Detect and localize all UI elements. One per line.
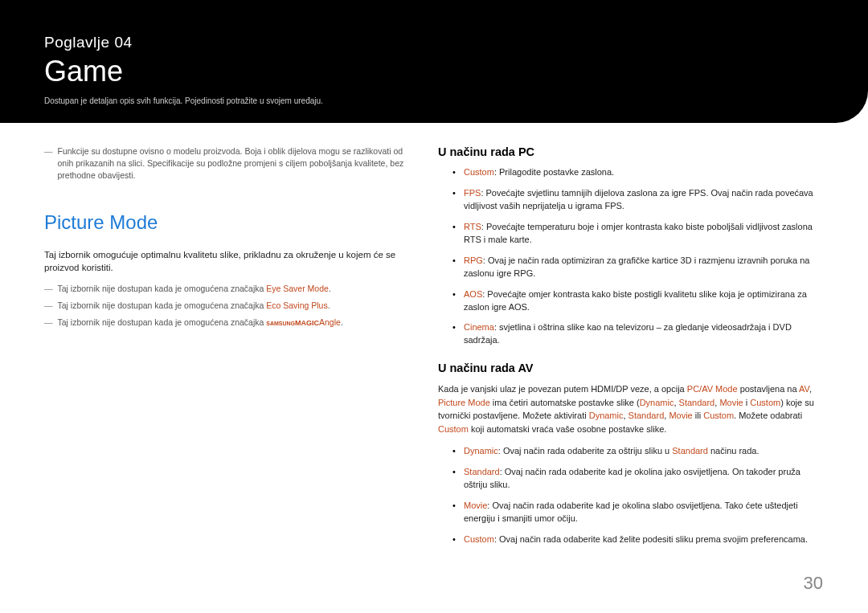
list-item: FPS: Povećajte svjetlinu tamnijih dijelo… — [452, 187, 824, 213]
note-eye-saver: Taj izbornik nije dostupan kada je omogu… — [44, 283, 414, 295]
note-eco-saving-text: Taj izbornik nije dostupan kada je omogu… — [58, 300, 330, 312]
note-eco-saving: Taj izbornik nije dostupan kada je omogu… — [44, 300, 414, 312]
list-item: AOS: Povećajte omjer kontrasta kako bist… — [452, 288, 824, 314]
pc-mode-list: Custom: Prilagodite postavke zaslona. FP… — [438, 166, 824, 347]
av-mode-list: Dynamic: Ovaj način rada odaberite za oš… — [438, 445, 824, 546]
model-note: Funkcije su dostupne ovisno o modelu pro… — [44, 145, 414, 182]
note-magic-angle: Taj izbornik nije dostupan kada je omogu… — [44, 317, 414, 329]
page-header: Poglavlje 04 Game Dostupan je detaljan o… — [0, 0, 868, 123]
section-heading-picture-mode: Picture Mode — [44, 211, 414, 234]
page-number: 30 — [804, 573, 823, 594]
list-item: Cinema: svjetlina i oštrina slike kao na… — [452, 321, 824, 347]
content-area: Funkcije su dostupne ovisno o modelu pro… — [0, 123, 868, 554]
picture-mode-desc: Taj izbornik omogućuje optimalnu kvalite… — [44, 248, 414, 275]
list-item: Standard: Ovaj način rada odaberite kad … — [452, 466, 824, 492]
note-eye-saver-text: Taj izbornik nije dostupan kada je omogu… — [58, 283, 331, 295]
av-mode-paragraph: Kada je vanjski ulaz je povezan putem HD… — [438, 382, 824, 435]
left-column: Funkcije su dostupne ovisno o modelu pro… — [44, 145, 414, 554]
list-item: Custom: Prilagodite postavke zaslona. — [452, 166, 824, 179]
list-item: Movie: Ovaj način rada odaberite kad je … — [452, 500, 824, 525]
pc-mode-heading: U načinu rada PC — [438, 145, 824, 158]
list-item: Dynamic: Ovaj način rada odaberite za oš… — [452, 445, 824, 458]
list-item: RPG: Ovaj je način rada optimiziran za g… — [452, 255, 824, 280]
list-item: Custom: Ovaj način rada odaberite kad že… — [452, 533, 824, 546]
av-mode-heading: U načinu rada AV — [438, 362, 824, 374]
model-note-text: Funkcije su dostupne ovisno o modelu pro… — [58, 145, 415, 182]
list-item: RTS: Povećajte temperaturu boje i omjer … — [452, 221, 824, 247]
right-column: U načinu rada PC Custom: Prilagodite pos… — [438, 145, 824, 554]
chapter-label: Poglavlje 04 — [44, 34, 824, 51]
note-magic-angle-text: Taj izbornik nije dostupan kada je omogu… — [58, 317, 343, 329]
page-subtitle: Dostupan je detaljan opis svih funkcija.… — [44, 96, 824, 105]
page-title: Game — [44, 55, 824, 88]
